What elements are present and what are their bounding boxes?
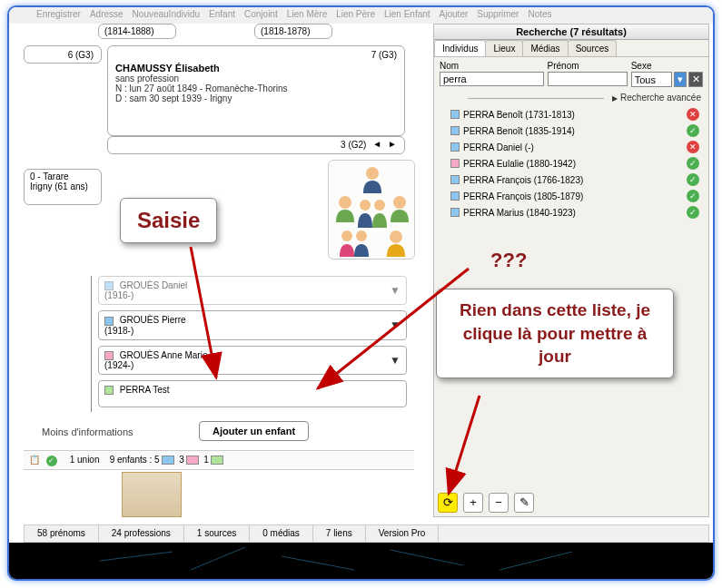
add-child-button[interactable]: Ajouter un enfant	[199, 421, 309, 441]
annotation-saisie: Saisie	[120, 198, 217, 243]
document-thumbnail[interactable]	[122, 472, 182, 517]
sex-select[interactable]	[631, 72, 672, 87]
descend-arrow-icon[interactable]: ▼	[390, 318, 401, 331]
result-row[interactable]: PERRA Marius (1840-1923)✓	[440, 204, 703, 220]
side-info[interactable]: 0 - TarareIrigny (61 ans)	[24, 169, 102, 205]
gen-indicator-left[interactable]: 6 (G3)	[24, 45, 102, 64]
svg-point-1	[339, 196, 351, 209]
genealogy-pane: (1814-1888) (1818-1878) 6 (G3) 7 (G3) CH…	[24, 24, 414, 517]
add-button[interactable]: +	[463, 493, 483, 513]
svg-point-6	[356, 230, 367, 241]
person-icon	[387, 193, 412, 222]
gen2-nav: 3 (G2) ◄ ►	[107, 136, 405, 154]
descend-arrow-icon[interactable]: ▼	[390, 354, 401, 367]
status-badge-icon: ✕	[687, 108, 699, 121]
dropdown-icon[interactable]: ▾	[674, 72, 687, 87]
result-row[interactable]: PERRA Eulalie (1880-1942)✓	[440, 155, 703, 172]
tab-lieux[interactable]: Lieux	[485, 40, 523, 56]
person-icon	[383, 228, 409, 257]
person-profession: sans profession	[115, 74, 397, 83]
svg-point-4	[374, 200, 385, 211]
svg-point-2	[393, 196, 406, 209]
svg-point-3	[360, 200, 371, 211]
ancestor-dates-2[interactable]: (1818-1878)	[254, 24, 332, 39]
status-badge-icon: ✓	[687, 206, 699, 219]
tab-medias[interactable]: Médias	[522, 40, 568, 56]
edit-button[interactable]: ✎	[514, 493, 534, 513]
person-icon	[360, 164, 385, 193]
gender-square-icon	[104, 281, 114, 290]
status-badge-icon: ✕	[687, 141, 699, 153]
status-badge-icon: ✓	[687, 173, 699, 186]
status-bar: 58 prénoms 24 professions 1 sources 0 mé…	[24, 524, 709, 543]
less-info-link[interactable]: Moins d'informations	[42, 426, 134, 437]
status-badge-icon: ✓	[687, 124, 699, 137]
prev-arrow-icon[interactable]: ◄	[369, 139, 381, 152]
remove-button[interactable]: −	[489, 493, 509, 513]
family-icon	[336, 228, 372, 257]
menubar: EnregistrerAdresseNouveauIndividuEnfantC…	[9, 7, 713, 24]
firstname-input[interactable]	[548, 72, 628, 86]
child-row[interactable]: GROUÈS Daniel (1916-) ▼	[98, 276, 407, 305]
person-birth: N : lun 27 août 1849 - Romanèche-Thorins	[115, 83, 397, 93]
annotation-question: ???	[474, 240, 543, 281]
stats-bar: 📋 ✓ 1 union 9 enfants : 5 3 1	[24, 450, 414, 470]
gender-square-icon	[104, 317, 114, 326]
ancestor-dates-1[interactable]: (1814-1888)	[98, 24, 176, 39]
gender-square-icon	[104, 386, 114, 395]
child-row[interactable]: PERRA Test	[98, 380, 407, 407]
result-row[interactable]: PERRA Benoît (1835-1914)✓	[440, 122, 703, 139]
next-arrow-icon[interactable]: ►	[384, 139, 397, 152]
result-row[interactable]: PERRA François (1805-1879)✓	[440, 188, 703, 204]
svg-point-7	[390, 230, 402, 243]
result-row[interactable]: PERRA Benoît (1731-1813)✕	[440, 106, 703, 122]
child-row[interactable]: GROUÈS Anne Marie (1924-) ▼	[98, 346, 407, 375]
annotation-explanation: Rien dans cette liste, je clique là pour…	[436, 289, 674, 378]
bottom-strip	[9, 543, 713, 579]
svg-point-0	[366, 167, 379, 180]
search-toolbar: ⟳ + − ✎	[436, 491, 536, 514]
children-list: GROUÈS Daniel (1916-) ▼ GROUÈS Pierre (1…	[98, 276, 407, 413]
gender-square-icon	[104, 351, 114, 360]
version-label: Version Pro	[366, 525, 440, 542]
status-badge-icon: ✓	[687, 157, 699, 170]
tab-sources[interactable]: Sources	[568, 40, 618, 56]
person-name: CHAMUSSY Élisabeth	[115, 63, 397, 74]
clear-icon[interactable]: ✕	[688, 72, 703, 87]
tab-individus[interactable]: Individus	[434, 40, 486, 56]
results-list: PERRA Benoît (1731-1813)✕ PERRA Benoît (…	[434, 104, 708, 222]
family-icons-panel[interactable]	[328, 160, 415, 260]
descend-arrow-icon[interactable]: ▼	[390, 284, 401, 297]
name-input[interactable]	[440, 72, 544, 86]
person-death: D : sam 30 sept 1939 - Irigny	[115, 93, 397, 103]
stat-medias[interactable]: 0 médias	[250, 525, 313, 542]
refresh-button[interactable]: ⟳	[438, 493, 458, 513]
person-card[interactable]: 7 (G3) CHAMUSSY Élisabeth sans professio…	[107, 45, 405, 136]
svg-point-5	[341, 230, 352, 241]
stat-professions[interactable]: 24 professions	[99, 525, 184, 542]
family-icon	[354, 197, 391, 230]
result-row[interactable]: PERRA François (1766-1823)✓	[440, 172, 703, 188]
stat-liens[interactable]: 7 liens	[313, 525, 366, 542]
advanced-search-link[interactable]: ▶ Recherche avancée	[434, 91, 708, 104]
gen-indicator-right: 7 (G3)	[371, 50, 397, 60]
stat-prenoms[interactable]: 58 prénoms	[25, 525, 99, 542]
tree-line	[91, 276, 92, 412]
result-row[interactable]: PERRA Daniel (-)✕	[440, 139, 703, 155]
search-tabs: Individus Lieux Médias Sources	[434, 40, 708, 57]
child-row[interactable]: GROUÈS Pierre (1918-) ▼	[98, 310, 407, 339]
search-header: Recherche (7 résultats)	[434, 24, 708, 40]
stat-sources[interactable]: 1 sources	[184, 525, 250, 542]
status-badge-icon: ✓	[687, 190, 699, 202]
